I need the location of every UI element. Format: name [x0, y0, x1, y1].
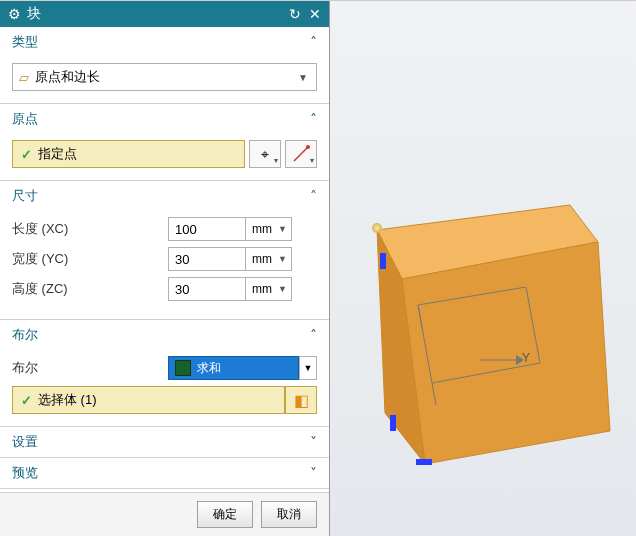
- chevron-up-icon: ˄: [310, 327, 317, 343]
- chevron-down-icon: ˅: [310, 465, 317, 481]
- type-value: 原点和边长: [35, 68, 100, 86]
- section-size: 尺寸 ˄ 长度 (XC) mm▼ 宽度 (YC) mm▼ 高度 (ZC) mm▼: [0, 181, 329, 320]
- dialog-title: 块: [27, 5, 41, 23]
- cube-outline-icon: ▱: [19, 70, 29, 85]
- reset-icon[interactable]: ↻: [289, 6, 301, 22]
- section-type: 类型 ˄ ▱ 原点和边长 ▼: [0, 27, 329, 104]
- svg-point-1: [306, 145, 310, 149]
- dialog-titlebar: ⚙ 块 ↻ ✕: [0, 1, 329, 27]
- unite-icon: [175, 360, 191, 376]
- length-unit-dropdown[interactable]: mm▼: [246, 217, 292, 241]
- svg-line-0: [294, 147, 308, 161]
- boolean-label: 布尔: [12, 359, 168, 377]
- chevron-down-icon: ▼: [278, 224, 287, 234]
- line-icon: [292, 145, 310, 163]
- length-label: 长度 (XC): [12, 220, 168, 238]
- solid-cube-icon: ◧: [294, 391, 309, 410]
- chevron-down-icon: ▼: [278, 254, 287, 264]
- section-settings-header[interactable]: 设置 ˅: [0, 427, 329, 457]
- width-input[interactable]: [168, 247, 246, 271]
- cancel-button[interactable]: 取消: [261, 501, 317, 528]
- chevron-up-icon: ˄: [310, 188, 317, 204]
- specify-point-field[interactable]: ✓ 指定点: [12, 140, 245, 168]
- solid-preview: [330, 1, 636, 536]
- section-origin-header[interactable]: 原点 ˄: [0, 104, 329, 134]
- select-body-field[interactable]: ✓ 选择体 (1): [12, 386, 285, 414]
- chevron-down-icon: ▾: [274, 156, 278, 165]
- section-preview-header[interactable]: 预览 ˅: [0, 458, 329, 488]
- chevron-up-icon: ˄: [310, 111, 317, 127]
- edge-handle[interactable]: [390, 415, 396, 431]
- svg-line-9: [418, 305, 422, 327]
- gear-icon: ⚙: [8, 6, 21, 22]
- inferred-point-button[interactable]: ▾: [285, 140, 317, 168]
- chevron-down-icon: ▼: [298, 72, 308, 83]
- section-preview-title: 预览: [12, 464, 38, 482]
- section-settings-title: 设置: [12, 433, 38, 451]
- chevron-down-icon: ˅: [310, 434, 317, 450]
- chevron-down-icon: ▾: [310, 156, 314, 165]
- section-origin: 原点 ˄ ✓ 指定点 ⌖ ▾ ▾: [0, 104, 329, 181]
- boolean-dropdown[interactable]: 求和: [168, 356, 299, 380]
- section-settings: 设置 ˅: [0, 427, 329, 458]
- section-size-header[interactable]: 尺寸 ˄: [0, 181, 329, 211]
- edge-handle[interactable]: [416, 459, 432, 465]
- width-unit-dropdown[interactable]: mm▼: [246, 247, 292, 271]
- check-icon: ✓: [21, 147, 32, 162]
- close-icon[interactable]: ✕: [309, 6, 321, 22]
- boolean-dropdown-arrow[interactable]: ▼: [299, 356, 317, 380]
- ok-button[interactable]: 确定: [197, 501, 253, 528]
- dialog-button-bar: 确定 取消: [0, 492, 329, 536]
- length-input[interactable]: [168, 217, 246, 241]
- select-body-label: 选择体 (1): [38, 391, 97, 409]
- type-dropdown[interactable]: ▱ 原点和边长 ▼: [12, 63, 317, 91]
- section-boolean-title: 布尔: [12, 326, 38, 344]
- svg-marker-12: [516, 355, 524, 365]
- svg-line-5: [418, 287, 526, 305]
- height-unit-dropdown[interactable]: mm▼: [246, 277, 292, 301]
- section-type-title: 类型: [12, 33, 38, 51]
- solid-body-button[interactable]: ◧: [285, 386, 317, 414]
- boolean-value: 求和: [197, 360, 221, 377]
- section-origin-title: 原点: [12, 110, 38, 128]
- point-constructor-button[interactable]: ⌖ ▾: [249, 140, 281, 168]
- edge-handle[interactable]: [380, 253, 386, 269]
- feature-dialog: ⚙ 块 ↻ ✕ 类型 ˄ ▱ 原点和边长 ▼ 原点 ˄ ✓ 指定点: [0, 1, 330, 536]
- chevron-down-icon: ▼: [304, 363, 313, 373]
- crosshair-icon: ⌖: [261, 146, 269, 163]
- width-label: 宽度 (YC): [12, 250, 168, 268]
- height-label: 高度 (ZC): [12, 280, 168, 298]
- section-type-header[interactable]: 类型 ˄: [0, 27, 329, 57]
- specify-point-label: 指定点: [38, 145, 77, 163]
- vertex-handle[interactable]: [372, 223, 382, 233]
- 3d-viewport[interactable]: Y: [330, 1, 636, 536]
- section-boolean-header[interactable]: 布尔 ˄: [0, 320, 329, 350]
- check-icon: ✓: [21, 393, 32, 408]
- svg-line-10: [432, 383, 436, 405]
- height-input[interactable]: [168, 277, 246, 301]
- axis-y-arrow: [480, 353, 524, 367]
- section-preview: 预览 ˅: [0, 458, 329, 489]
- section-size-title: 尺寸: [12, 187, 38, 205]
- chevron-down-icon: ▼: [278, 284, 287, 294]
- section-boolean: 布尔 ˄ 布尔 求和 ▼ ✓ 选择体 (1) ◧: [0, 320, 329, 427]
- chevron-up-icon: ˄: [310, 34, 317, 50]
